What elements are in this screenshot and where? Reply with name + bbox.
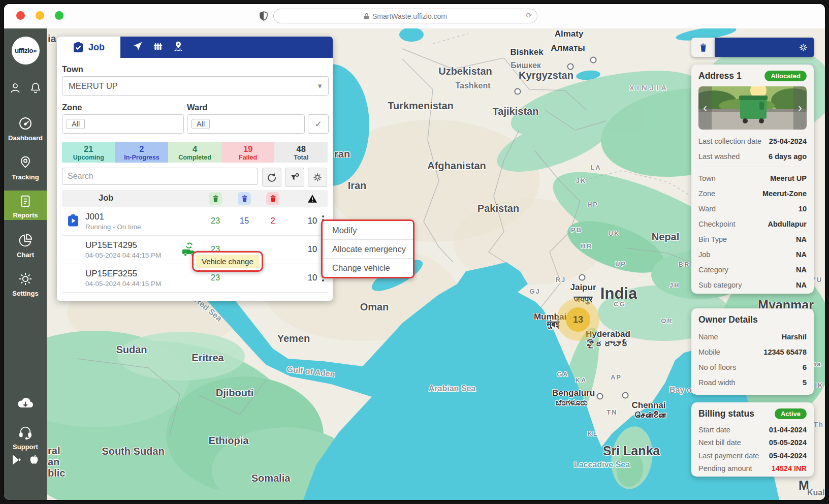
browser-toolbar: SmartWaste.uffizio.com ⟳ bbox=[4, 4, 825, 29]
row-status: Running - On time bbox=[85, 223, 141, 231]
detail-value: Abdullapur bbox=[768, 220, 807, 228]
detail-label: Bin Type bbox=[698, 235, 727, 243]
detail-row: Pending amount14524 INR bbox=[698, 462, 807, 476]
refresh-button[interactable] bbox=[262, 168, 281, 187]
zoom-window-button[interactable] bbox=[55, 11, 63, 20]
detail-row: Last washed6 days ago bbox=[698, 149, 807, 164]
zone-select[interactable]: All bbox=[62, 114, 184, 134]
stat-cell[interactable]: 21 Upcoming bbox=[62, 142, 115, 163]
sidebar-item-label: Reports bbox=[4, 211, 47, 219]
detail-value: 14524 INR bbox=[772, 464, 807, 472]
stat-label: Upcoming bbox=[73, 154, 104, 161]
stat-cell[interactable]: 19 Failed bbox=[221, 142, 275, 163]
store-links[interactable] bbox=[4, 454, 47, 465]
detail-value: 12345 65478 bbox=[763, 348, 807, 356]
allocated-badge: Allocated bbox=[764, 71, 807, 81]
tab-checkpoint-map-icon[interactable] bbox=[173, 41, 184, 54]
apple-icon[interactable] bbox=[29, 454, 39, 465]
detail-label: Category bbox=[698, 266, 728, 274]
sidebar-item-settings[interactable]: Settings bbox=[4, 271, 47, 297]
detail-label: Checkpoint bbox=[698, 220, 736, 228]
sidebar-item-tracking[interactable]: Tracking bbox=[4, 155, 47, 181]
context-menu-item[interactable]: Allocate emergency bbox=[323, 240, 413, 259]
window-controls[interactable] bbox=[16, 11, 63, 20]
detail-value: Harshil bbox=[782, 333, 807, 341]
row-id: UP15EF3255 bbox=[85, 269, 137, 279]
sidebar-item-label: Settings bbox=[4, 290, 47, 297]
detail-row: CategoryNA bbox=[698, 262, 807, 277]
privacy-shield-icon[interactable] bbox=[260, 11, 268, 23]
minimize-window-button[interactable] bbox=[36, 11, 44, 20]
chart-pie-icon bbox=[18, 233, 33, 248]
job-panel-header: Job bbox=[57, 37, 333, 58]
allocate-tool-button[interactable] bbox=[285, 168, 304, 187]
ward-chip[interactable]: All bbox=[192, 119, 210, 129]
stat-label: Failed bbox=[239, 154, 257, 161]
sidebar-item-dashboard[interactable]: Dashboard bbox=[4, 116, 47, 142]
zone-chip[interactable]: All bbox=[67, 119, 85, 129]
tab-navigation-icon[interactable] bbox=[132, 41, 143, 54]
row-status: 04-05-2024 04:44:15 PM bbox=[85, 280, 161, 288]
owner-rows: NameHarshilMobile12345 65478No of floors… bbox=[698, 329, 807, 390]
detail-label: Last washed bbox=[698, 152, 740, 161]
address-bar[interactable]: SmartWaste.uffizio.com ⟳ bbox=[273, 9, 537, 23]
detail-label: Zone bbox=[698, 190, 715, 198]
notifications-bell-icon[interactable] bbox=[29, 81, 42, 97]
detail-row: Ward10 bbox=[698, 201, 807, 216]
reload-icon[interactable]: ⟳ bbox=[526, 11, 532, 19]
green-bin-count: 23 bbox=[211, 216, 220, 226]
uffizio-logo[interactable]: uffizio» bbox=[12, 37, 40, 65]
detail-label: No of floors bbox=[698, 363, 736, 371]
table-settings-button[interactable] bbox=[308, 168, 327, 187]
stat-cell[interactable]: 2 In-Progress bbox=[115, 142, 169, 163]
app-download-button[interactable] bbox=[4, 395, 47, 413]
table-row[interactable]: J001 Running - On time 23 15 2 10 bbox=[62, 207, 328, 236]
town-select[interactable]: MEERUT UP ▼ bbox=[62, 76, 329, 96]
photo-next-arrow[interactable]: › bbox=[793, 86, 807, 130]
menu-item-label: Change vehicle bbox=[332, 263, 390, 273]
user-icon[interactable] bbox=[9, 81, 22, 97]
job-table-header: Job bbox=[62, 190, 328, 207]
apply-filter-button[interactable]: ✓ bbox=[308, 114, 329, 134]
red-bin-column-icon[interactable] bbox=[266, 192, 279, 205]
map-canvas[interactable]: UzbekistanKyrgyzstanTurkmenistanTajikist… bbox=[47, 28, 825, 500]
menu-item-label: Modify bbox=[332, 226, 357, 235]
photo-prev-arrow[interactable]: ‹ bbox=[698, 86, 712, 130]
detail-row: Sub categoryNA bbox=[698, 277, 807, 293]
sidebar-item-support[interactable]: Support bbox=[4, 425, 47, 451]
tab-job[interactable]: Job bbox=[57, 37, 120, 58]
close-window-button[interactable] bbox=[16, 11, 25, 20]
sidebar-item-chart[interactable]: Chart bbox=[4, 233, 47, 259]
detail-label: Sub category bbox=[698, 281, 742, 289]
trash-icon bbox=[699, 43, 708, 52]
sidebar-item-label: Dashboard bbox=[4, 134, 47, 142]
stat-cell[interactable]: 4 Completed bbox=[168, 142, 221, 163]
billing-status-title: Billing status bbox=[698, 408, 754, 419]
green-bin-column-icon[interactable] bbox=[209, 192, 222, 205]
ward-select[interactable]: All bbox=[187, 114, 305, 134]
context-menu-item[interactable]: Modify bbox=[323, 221, 413, 240]
detail-value: 6 bbox=[803, 363, 807, 371]
tab-fence-icon[interactable] bbox=[152, 41, 164, 54]
town-label: Town bbox=[62, 65, 83, 74]
sidebar-item-reports[interactable]: Reports bbox=[4, 191, 47, 220]
alert-count: 10 bbox=[308, 244, 317, 254]
play-store-icon[interactable] bbox=[12, 454, 22, 465]
blue-bin-column-icon[interactable] bbox=[238, 192, 251, 205]
detail-row: Road width5 bbox=[698, 375, 807, 390]
stat-cell[interactable]: 48 Total bbox=[274, 142, 328, 163]
detail-row: Start date01-04-2024 bbox=[698, 423, 807, 436]
dashboard-gauge-icon bbox=[18, 116, 33, 131]
stat-value: 19 bbox=[243, 144, 252, 154]
search-input[interactable] bbox=[62, 168, 258, 185]
bin-tab[interactable] bbox=[691, 38, 715, 57]
alert-column-icon[interactable] bbox=[306, 192, 319, 205]
url-text: SmartWaste.uffizio.com bbox=[372, 12, 447, 20]
zone-label: Zone bbox=[62, 103, 82, 112]
spray-gun-icon bbox=[290, 172, 300, 182]
context-menu-item[interactable]: Change vehicle bbox=[323, 259, 413, 277]
map-cluster-marker[interactable]: 13 bbox=[557, 298, 599, 341]
alert-count: 10 bbox=[308, 273, 317, 282]
bin-settings-gear-icon[interactable] bbox=[799, 43, 808, 52]
active-badge: Active bbox=[775, 408, 807, 419]
